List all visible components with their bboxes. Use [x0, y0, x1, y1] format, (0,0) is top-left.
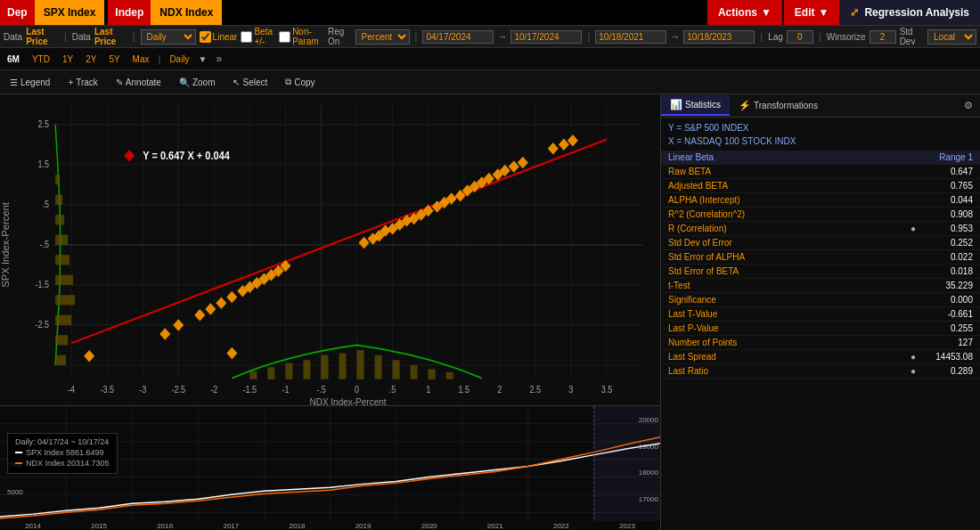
- stat-row-ttest: t-Test 35.229: [661, 279, 980, 293]
- svg-text:.5: .5: [389, 385, 396, 395]
- svg-text:2020: 2020: [421, 522, 437, 530]
- settings-gear-icon[interactable]: ⚙: [957, 96, 980, 115]
- linear-beta-label: Linear Beta: [668, 152, 919, 162]
- stat-row-r: R (Correlation) ● 0.953: [661, 222, 980, 236]
- svg-text:1: 1: [426, 385, 430, 395]
- linear-checkbox-label[interactable]: Linear: [200, 31, 238, 43]
- chart-section: 2.5 1.5 .5 -.5 -1.5 -2.5 -4 -3.5 -3 -2.5…: [0, 94, 661, 530]
- expand-icon[interactable]: »: [216, 53, 223, 65]
- timerange-6m[interactable]: 6M: [4, 53, 23, 66]
- scatter-svg: 2.5 1.5 .5 -.5 -1.5 -2.5 -4 -3.5 -3 -2.5…: [0, 94, 660, 405]
- legend-box: Daily: 04/17/24 ~ 10/17/24 SPX Index 586…: [7, 433, 118, 474]
- stat-row-std-error: Std Dev of Error 0.252: [661, 236, 980, 250]
- svg-rect-63: [321, 355, 328, 379]
- svg-text:-4: -4: [68, 385, 76, 395]
- svg-text:Y = 0.647 X + 0.044: Y = 0.647 X + 0.044: [143, 150, 230, 162]
- edit-button[interactable]: Edit ▼: [784, 0, 840, 25]
- select-button[interactable]: ↖ Select: [226, 75, 274, 90]
- tab-statistics[interactable]: 📊 Statistics: [661, 95, 730, 116]
- toolbar-row: ☰ Legend + Track ✎ Annotate 🔍 Zoom ↖ Sel…: [0, 70, 980, 94]
- legend-spx: SPX Index 5861.6499: [15, 448, 110, 457]
- svg-rect-53: [55, 275, 73, 285]
- svg-text:-1: -1: [282, 385, 289, 395]
- svg-text:SPX Index-Percent: SPX Index-Percent: [1, 202, 11, 288]
- svg-rect-52: [55, 295, 75, 305]
- svg-text:2016: 2016: [157, 522, 173, 530]
- track-button[interactable]: + Track: [61, 75, 103, 90]
- svg-rect-68: [411, 365, 418, 379]
- beta-checkbox[interactable]: [241, 31, 252, 43]
- annotate-icon: ✎: [116, 77, 123, 87]
- last-price-1: Last Price: [26, 27, 59, 46]
- stat-row-r2: R^2 (Correlation^2) 0.908: [661, 208, 980, 222]
- stat-row-last-t: Last T-Value -0.661: [661, 307, 980, 322]
- copy-button[interactable]: ⧉ Copy: [279, 74, 321, 90]
- timerange-ytd[interactable]: YTD: [29, 53, 53, 66]
- timerange-daily[interactable]: Daily: [166, 53, 192, 66]
- data-label-1: Data: [4, 32, 22, 42]
- stat-row-std-beta: Std Error of BETA 0.018: [661, 265, 980, 279]
- stat-row-adj-beta: Adjusted BETA 0.765: [661, 179, 980, 193]
- linear-checkbox[interactable]: [200, 31, 211, 43]
- svg-text:2023: 2023: [619, 522, 635, 530]
- ratio-info-icon[interactable]: ●: [911, 366, 916, 376]
- external-link-icon: ⤢: [850, 6, 859, 19]
- edit-arrow-icon: ▼: [819, 6, 829, 19]
- svg-text:0: 0: [355, 385, 359, 395]
- timerange-1y[interactable]: 1Y: [59, 53, 77, 66]
- stat-row-std-alpha: Std Error of ALPHA 0.022: [661, 250, 980, 265]
- svg-text:-2: -2: [210, 385, 217, 395]
- spread-info-icon[interactable]: ●: [911, 352, 916, 362]
- dep-label: Dep: [0, 0, 35, 25]
- dep-end-input[interactable]: [510, 30, 582, 44]
- indep-start-input[interactable]: [595, 30, 666, 44]
- timeseries-plot[interactable]: ☰ Select: [0, 405, 661, 530]
- dep-start-input[interactable]: [422, 30, 494, 44]
- ndx-index-label: NDX Index: [151, 0, 222, 25]
- spx-line-color: [15, 452, 22, 453]
- legend-date: Daily: 04/17/24 ~ 10/17/24: [15, 437, 110, 446]
- zoom-button[interactable]: 🔍 Zoom: [173, 75, 222, 90]
- svg-text:-2.5: -2.5: [36, 320, 50, 330]
- stddev-label: Std Dev: [900, 27, 924, 46]
- legend-button[interactable]: ☰ Legend: [4, 75, 56, 90]
- svg-text:3: 3: [568, 385, 573, 395]
- tab-transformations[interactable]: ⚡ Transformations: [730, 96, 827, 115]
- nonparam-checkbox-label[interactable]: Non-Param: [279, 27, 324, 46]
- info-circle-icon[interactable]: ●: [911, 224, 916, 233]
- annotate-button[interactable]: ✎ Annotate: [110, 75, 167, 90]
- beta-checkbox-label[interactable]: Beta +/-: [241, 27, 275, 46]
- scatter-plot[interactable]: 2.5 1.5 .5 -.5 -1.5 -2.5 -4 -3.5 -3 -2.5…: [0, 94, 661, 405]
- local-select[interactable]: Local Global: [927, 29, 976, 45]
- winsorize-label: Winsorize: [827, 32, 866, 42]
- stats-panel: 📊 Statistics ⚡ Transformations ⚙ Y = S&P…: [661, 94, 980, 530]
- lag-label: Lag: [768, 32, 783, 42]
- svg-text:-1.5: -1.5: [36, 280, 50, 290]
- nonparam-checkbox[interactable]: [279, 31, 290, 43]
- stat-row-num-points: Number of Points 127: [661, 336, 980, 350]
- svg-rect-51: [55, 315, 71, 325]
- actions-button[interactable]: Actions ▼: [707, 0, 782, 25]
- timerange-5y[interactable]: 5Y: [105, 53, 123, 66]
- percent-select[interactable]: Percent Value: [355, 29, 410, 45]
- lag-input[interactable]: [787, 30, 813, 44]
- dropdown-arrow-icon[interactable]: ▼: [199, 54, 208, 64]
- linear-label: Linear: [213, 32, 238, 42]
- stat-row-raw-beta: Raw BETA 0.647: [661, 165, 980, 179]
- stat-row-last-ratio: Last Ratio ● 0.289: [661, 364, 980, 379]
- svg-text:-.5: -.5: [316, 385, 326, 395]
- y-index-label: Y = S&P 500 INDEX: [661, 121, 980, 135]
- svg-rect-55: [55, 235, 68, 245]
- svg-text:1.5: 1.5: [458, 385, 470, 395]
- timerange-2y[interactable]: 2Y: [82, 53, 100, 66]
- svg-rect-62: [303, 360, 310, 379]
- list-icon: ☰: [10, 77, 18, 87]
- indep-end-input[interactable]: [683, 30, 755, 44]
- svg-rect-50: [55, 335, 68, 345]
- svg-text:-1.5: -1.5: [243, 385, 257, 395]
- svg-text:2019: 2019: [355, 522, 372, 530]
- period-select[interactable]: Daily Weekly Monthly: [141, 29, 196, 45]
- winsorize-input[interactable]: [870, 30, 896, 44]
- timerange-max[interactable]: Max: [129, 53, 153, 66]
- svg-text:5000: 5000: [7, 488, 23, 496]
